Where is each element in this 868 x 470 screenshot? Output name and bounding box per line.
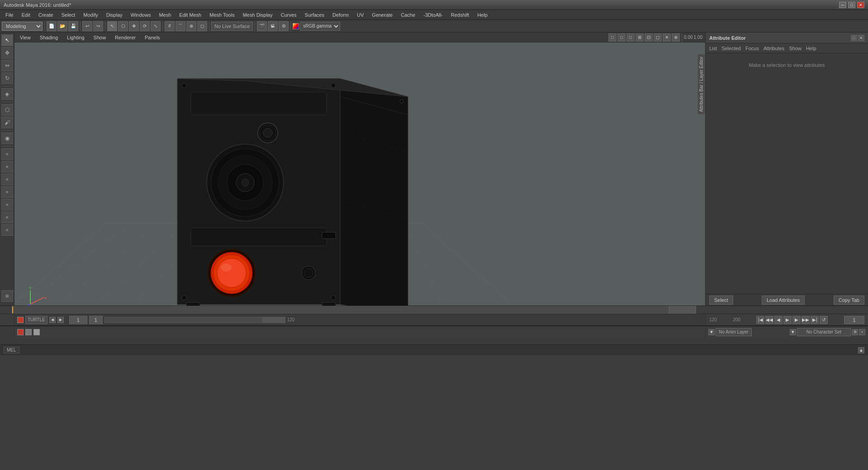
render-settings-btn[interactable]: ⚙ [279,21,289,31]
current-time-field[interactable] [844,316,864,324]
vp-ctrl-2[interactable]: □ [617,33,626,42]
play-btn[interactable]: ▶ [783,316,792,324]
prev-key-btn[interactable]: ◀◀ [765,316,773,324]
soft-mod-btn[interactable]: ◉ [1,132,13,144]
new-file-btn[interactable]: 📄 [47,21,57,31]
attr-nav-focus[interactable]: Focus [745,46,759,51]
snap-surface-btn[interactable]: ◻ [197,21,207,31]
attr-nav-list[interactable]: List [709,46,717,51]
move-tool-btn[interactable]: ✥ [129,21,139,31]
attr-nav-selected[interactable]: Selected [721,46,741,51]
select-mode-btn[interactable]: ↖ [1,34,13,46]
minimize-btn[interactable]: ─ [839,2,846,8]
panels-menu[interactable]: Panels [142,34,163,41]
menu-select[interactable]: Select [58,11,79,19]
rotate-tool-left-btn[interactable]: ↻ [1,72,13,84]
view-menu[interactable]: View [17,34,33,41]
status-expand-btn[interactable]: ▲ [858,347,864,353]
vp-ctrl-6[interactable]: ◻ [654,33,662,42]
menu-modify[interactable]: Modify [80,11,101,19]
shading-menu[interactable]: Shading [37,34,61,41]
layer-btn-5[interactable]: ≡ [1,199,13,211]
undo-btn[interactable]: ↩ [82,21,92,31]
attr-nav-show[interactable]: Show [789,46,802,51]
show-manip-btn[interactable]: ◈ [1,88,13,100]
inner-timeline[interactable] [104,317,285,323]
vp-ctrl-1[interactable]: □ [608,33,617,42]
close-btn[interactable]: ✕ [857,2,864,8]
vp-ctrl-5[interactable]: ⊡ [645,33,653,42]
attr-nav-help[interactable]: Help [806,46,816,51]
scale-tool-btn[interactable]: ⤡ [151,21,161,31]
prev-frame-btn[interactable]: ◀ [774,316,783,324]
attr-close-btn[interactable]: ✕ [858,35,864,41]
menu-generate[interactable]: Generate [368,11,396,19]
lasso-tool-btn[interactable]: ⬡ [118,21,128,31]
open-file-btn[interactable]: 📂 [57,21,67,31]
track-expand-btn[interactable]: ◀ [49,317,56,323]
select-button[interactable]: Select [709,296,733,305]
vp-ctrl-3[interactable]: □ [626,33,635,42]
menu-redshift[interactable]: Redshift [447,11,473,19]
menu-mesh[interactable]: Mesh [155,11,175,19]
menu-mesh-tools[interactable]: Mesh Tools [206,11,238,19]
snap-grid-btn[interactable]: # [165,21,175,31]
render-sequence-btn[interactable]: 📽 [268,21,278,31]
lighting-menu[interactable]: Lighting [64,34,87,41]
layer-btn-2[interactable]: ≡ [1,161,13,173]
char-set-btn-1[interactable]: ⚙ [852,329,858,335]
load-attributes-button[interactable]: Load Attributes [762,296,805,305]
color-profile-dropdown[interactable]: sRGB gamma [300,22,340,31]
no-live-surface-indicator[interactable]: No Live Surface [211,22,253,31]
vp-ctrl-8[interactable]: ⊕ [672,33,680,42]
attr-float-btn[interactable]: □ [851,35,857,41]
layer-btn-3[interactable]: ≡ [1,174,13,185]
menu-edit[interactable]: Edit [18,11,34,19]
menu-uv[interactable]: UV [353,11,367,19]
menu-mesh-display[interactable]: Mesh Display [239,11,276,19]
layer-btn-1[interactable]: ≡ [1,148,13,160]
save-btn[interactable]: 💾 [68,21,78,31]
next-key-btn[interactable]: ▶▶ [802,316,810,324]
menu-display[interactable]: Display [103,11,126,19]
paint-select-btn[interactable]: ✥ [1,47,13,59]
timeline-ruler[interactable]: 1 5 10 15 20 25 30 35 40 45 50 55 60 65 … [0,306,868,314]
char-set-arrow[interactable]: ▼ [790,329,796,335]
timeline-strip[interactable] [12,306,696,314]
current-frame-input[interactable] [89,316,103,324]
menu-3dto-all[interactable]: -3DtoAll- [420,11,446,19]
layer-btn-4[interactable]: ≡ [1,186,13,198]
anim-layer-arrow[interactable]: ▼ [708,329,715,335]
attr-nav-attributes[interactable]: Attributes [764,46,784,51]
move-tool-left-btn[interactable]: ⇔ [1,60,13,71]
menu-curves[interactable]: Curves [277,11,300,19]
mode-dropdown[interactable]: Modeling Rigging Animation FX Rendering [2,22,43,31]
next-frame-btn[interactable]: ▶ [792,316,801,324]
renderer-menu[interactable]: Renderer [112,34,138,41]
menu-deform[interactable]: Deform [329,11,352,19]
menu-create[interactable]: Create [35,11,57,19]
go-start-btn[interactable]: |◀ [756,316,764,324]
vp-ctrl-7[interactable]: ✕ [663,33,671,42]
menu-edit-mesh[interactable]: Edit Mesh [175,11,205,19]
go-end-btn[interactable]: ▶| [811,316,819,324]
select-tool-btn[interactable]: ↖ [107,21,117,31]
loop-btn[interactable]: ↺ [820,316,828,324]
menu-cache[interactable]: Cache [397,11,419,19]
maximize-btn[interactable]: □ [848,2,855,8]
track-collapse-btn[interactable]: ▶ [57,317,64,323]
layer-btn-7[interactable]: ≡ [1,224,13,236]
char-set-btn-2[interactable]: + [859,329,865,335]
range-start-input[interactable] [69,316,87,324]
menu-help[interactable]: Help [474,11,491,19]
paint-brush-btn[interactable]: 🖌 [1,117,13,128]
timeline-end-zone[interactable] [669,306,696,314]
menu-file[interactable]: File [2,11,17,19]
menu-windows[interactable]: Windows [127,11,155,19]
vp-ctrl-4[interactable]: ⊞ [636,33,644,42]
lasso-select-btn[interactable]: ⬡ [1,104,13,116]
snap-point-btn[interactable]: ⊕ [186,21,196,31]
layer-btn-6[interactable]: ≡ [1,212,13,223]
copy-tab-button[interactable]: Copy Tab [834,296,864,305]
viewport[interactable]: View Shading Lighting Show Renderer Pane… [14,33,705,306]
